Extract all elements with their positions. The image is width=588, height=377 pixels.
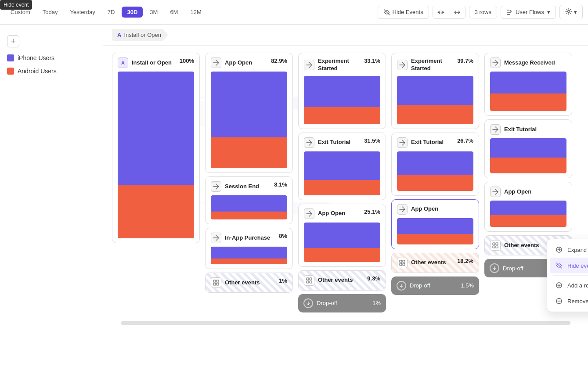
event-other-col2[interactable]: Other events 1% bbox=[205, 273, 293, 293]
session-end-name: Session End bbox=[225, 183, 259, 190]
exit-tutorial-3-name: Exit Tutorial bbox=[318, 139, 350, 146]
period-3m[interactable]: 3M bbox=[144, 7, 163, 18]
event-exit-tutorial-4[interactable]: Exit Tutorial 26.7% bbox=[391, 133, 479, 196]
menu-divider bbox=[553, 275, 588, 276]
settings-button[interactable]: ▾ bbox=[559, 5, 583, 19]
canvas-area: A Install or Open bbox=[103, 25, 588, 377]
iphone-dot bbox=[7, 54, 14, 61]
other-col5-name: Other events bbox=[504, 242, 539, 249]
user-flows-button[interactable]: User Flows ▾ bbox=[501, 6, 556, 19]
event-message-received[interactable]: Message Received bbox=[484, 53, 572, 116]
sidebar: + iPhone Users Android Users bbox=[0, 25, 103, 377]
exp-started-4-icon bbox=[397, 60, 408, 70]
exit-tutorial-3-icon bbox=[304, 137, 314, 148]
event-exp-started-4[interactable]: Experiment Started 39.7% bbox=[391, 53, 479, 129]
topbar-right: Hide Events 3 rows bbox=[378, 5, 583, 19]
app-open-2-pct: 82.9% bbox=[271, 57, 287, 64]
exit-tutorial-5-icon bbox=[490, 124, 501, 135]
exit-tutorial-4-pct: 26.7% bbox=[457, 137, 473, 144]
event-exit-tutorial-3[interactable]: Exit Tutorial 31.5% bbox=[298, 133, 386, 200]
dropoff-icon-col5 bbox=[490, 263, 499, 273]
event-dropoff-col3[interactable]: Drop-off 1% bbox=[298, 294, 386, 312]
message-received-icon bbox=[490, 57, 501, 68]
add-segment-button[interactable]: + bbox=[7, 35, 19, 47]
period-30d[interactable]: 30D bbox=[122, 7, 143, 18]
svg-rect-7 bbox=[307, 281, 309, 283]
period-yesterday[interactable]: Yesterday bbox=[65, 7, 101, 18]
period-selector: Custom Today Yesterday 7D 30D 3M 6M 12M bbox=[5, 7, 207, 18]
svg-rect-14 bbox=[496, 243, 498, 245]
message-received-name: Message Received bbox=[504, 59, 555, 67]
hide-icon bbox=[555, 262, 563, 269]
svg-rect-16 bbox=[496, 246, 498, 248]
app-open-2-bar bbox=[211, 72, 287, 168]
event-app-open-2[interactable]: App Open 82.9% bbox=[205, 53, 293, 173]
svg-rect-12 bbox=[403, 263, 405, 266]
expand-arrow-button[interactable] bbox=[449, 6, 465, 18]
gear-icon bbox=[565, 8, 572, 16]
compress-arrow-button[interactable] bbox=[433, 6, 449, 18]
other-col3-name: Other events bbox=[318, 276, 353, 284]
exit-tutorial-5-name: Exit Tutorial bbox=[504, 126, 537, 133]
app-open-4-icon bbox=[397, 204, 408, 215]
col-3: Experiment Started 33.1% bbox=[298, 53, 386, 312]
menu-hide-event[interactable]: Hide event bbox=[550, 258, 588, 273]
settings-chevron: ▾ bbox=[574, 9, 577, 15]
add-row-label: Add a row of events bbox=[567, 282, 588, 289]
event-install-open[interactable]: A Install or Open 100% bbox=[112, 53, 200, 243]
event-app-open-4[interactable]: App Open bbox=[391, 199, 479, 249]
svg-rect-15 bbox=[493, 246, 495, 248]
other-col4-name: Other events bbox=[411, 259, 446, 266]
hide-event-tooltip: Hide event bbox=[0, 0, 32, 10]
event-exit-tutorial-5[interactable]: Exit Tutorial bbox=[484, 119, 572, 178]
event-in-app-purchase[interactable]: In-App Purchase 8% bbox=[205, 228, 293, 269]
expand-icon bbox=[555, 246, 563, 254]
period-today[interactable]: Today bbox=[37, 7, 63, 18]
expand-property-label: Expand by property bbox=[567, 247, 588, 253]
other-icon-col5 bbox=[490, 240, 501, 251]
dropoff-col4-pct: 1.5% bbox=[461, 282, 474, 289]
horizontal-scrollbar[interactable] bbox=[121, 321, 570, 325]
hide-events-button[interactable]: Hide Events bbox=[378, 6, 429, 19]
app-open-3-name: App Open bbox=[318, 210, 345, 217]
event-session-end[interactable]: Session End 8.1% bbox=[205, 176, 293, 224]
rows-button[interactable]: 3 rows bbox=[469, 6, 497, 18]
other-col4-pct: 18.2% bbox=[457, 258, 473, 264]
install-open-name: Install or Open bbox=[132, 59, 172, 67]
svg-rect-6 bbox=[310, 278, 312, 280]
svg-rect-4 bbox=[216, 283, 219, 285]
period-12m[interactable]: 12M bbox=[185, 7, 206, 18]
exit-tutorial-4-name: Exit Tutorial bbox=[411, 139, 444, 146]
menu-add-row[interactable]: Add a row of events bbox=[550, 277, 588, 293]
period-6m[interactable]: 6M bbox=[165, 7, 183, 18]
tooltip-label: Hide event bbox=[4, 2, 29, 8]
dropoff-col3-pct: 1% bbox=[372, 300, 381, 306]
exit-tutorial-3-bar bbox=[304, 151, 380, 195]
event-app-open-3[interactable]: App Open 25.1% bbox=[298, 204, 386, 267]
remove-icon bbox=[555, 297, 563, 305]
period-7d[interactable]: 7D bbox=[102, 7, 120, 18]
event-icon-letter: A bbox=[118, 57, 128, 68]
event-other-col3[interactable]: Other events 9.3% bbox=[298, 270, 386, 291]
message-received-bar bbox=[490, 72, 566, 111]
svg-rect-3 bbox=[213, 283, 216, 285]
breadcrumb-label: Install or Open bbox=[124, 32, 161, 38]
menu-expand-property[interactable]: Expand by property bbox=[550, 242, 588, 258]
event-other-col4[interactable]: Other events 18.2% bbox=[391, 253, 479, 273]
event-dropoff-col4[interactable]: Drop-off 1.5% bbox=[391, 276, 479, 295]
exit-tutorial-4-bar bbox=[397, 151, 473, 191]
plus-icon bbox=[555, 281, 563, 289]
menu-remove-row[interactable]: Remove a row of events bbox=[550, 293, 588, 309]
event-app-open-5[interactable]: App Open bbox=[484, 182, 572, 232]
app-open-4-bar bbox=[397, 218, 473, 244]
dropoff-col3-label: Drop-off bbox=[317, 300, 337, 306]
other-col3-pct: 9.3% bbox=[367, 275, 380, 282]
breadcrumb-item: A Install or Open bbox=[112, 29, 168, 41]
event-exp-started-3[interactable]: Experiment Started 33.1% bbox=[298, 53, 386, 129]
svg-rect-11 bbox=[400, 263, 402, 266]
install-open-bar bbox=[118, 72, 194, 238]
exp-started-3-icon bbox=[304, 60, 314, 70]
rows-label: 3 rows bbox=[475, 9, 491, 15]
android-label: Android Users bbox=[18, 68, 57, 75]
context-menu: Expand by property Hide event bbox=[547, 239, 588, 312]
